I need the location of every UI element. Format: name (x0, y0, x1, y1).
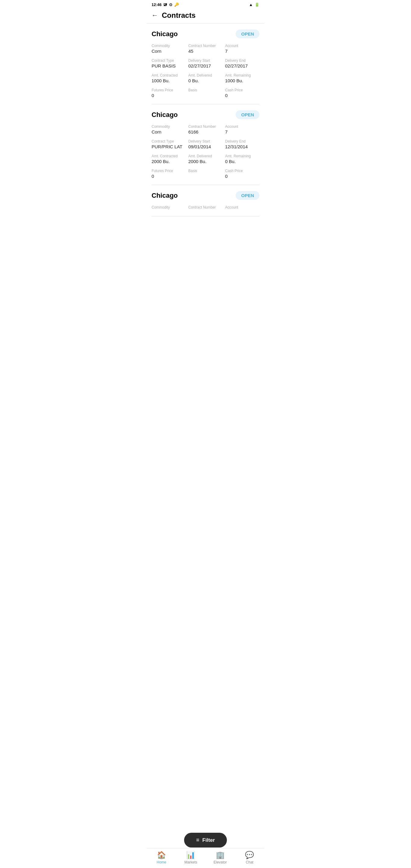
lock-icon: 🔑 (174, 2, 179, 7)
contract-card-2: Chicago OPEN Commodity Corn Contract Num… (152, 104, 259, 185)
contract-number-label-2: Contract Number (188, 124, 223, 129)
delivery-start-field-2: Delivery Start 09/01/2014 (188, 139, 223, 149)
nav-item-elevator[interactable]: 🏢 Elevator (205, 851, 235, 864)
location-name-1: Chicago (152, 30, 178, 38)
contract-card-3: Chicago OPEN Commodity Contract Number A… (152, 185, 259, 216)
wifi-icon: ▲ (249, 2, 253, 7)
contract-number-value-2: 6166 (188, 129, 223, 134)
delivery-start-value-2: 09/01/2014 (188, 144, 223, 149)
location-name-2: Chicago (152, 111, 178, 119)
open-badge-2[interactable]: OPEN (235, 110, 259, 119)
page-header: ← Contracts (147, 8, 264, 24)
cash-price-label-1: Cash Price (225, 88, 259, 92)
status-bar: 12:46 🖳 ⊙ 🔑 ▲ 🔋 (147, 0, 264, 8)
amt-contracted-value-1: 1000 Bu. (152, 78, 186, 83)
contract-number-label-3: Contract Number (188, 205, 223, 210)
basis-field-1: Basis (188, 88, 223, 98)
delivery-end-value-2: 12/31/2014 (225, 144, 259, 149)
nav-item-chat[interactable]: 💬 Chat (235, 851, 264, 864)
contracts-list: Chicago OPEN Commodity Corn Contract Num… (147, 24, 264, 241)
account-field-2: Account 7 (225, 124, 259, 134)
contract-type-label-1: Contract Type (152, 59, 186, 63)
delivery-end-field-2: Delivery End 12/31/2014 (225, 139, 259, 149)
contract-type-field-1: Contract Type PUR BASIS (152, 59, 186, 68)
commodity-field-3: Commodity (152, 205, 186, 210)
amt-contracted-field-1: Amt. Contracted 1000 Bu. (152, 73, 186, 83)
contract-card-1: Chicago OPEN Commodity Corn Contract Num… (152, 24, 259, 104)
filter-button[interactable]: ≡ Filter (184, 833, 227, 847)
nav-label-markets: Markets (184, 860, 197, 864)
status-left: 12:46 🖳 ⊙ 🔑 (152, 2, 179, 7)
contract-number-field-1: Contract Number 45 (188, 44, 223, 54)
futures-price-field-2: Futures Price 0 (152, 169, 186, 179)
commodity-value-2: Corn (152, 129, 186, 134)
amt-delivered-value-2: 2000 Bu. (188, 159, 223, 164)
card-header-3: Chicago OPEN (152, 191, 259, 200)
card-header-1: Chicago OPEN (152, 30, 259, 38)
account-label-3: Account (225, 205, 259, 210)
basis-label-2: Basis (188, 169, 223, 173)
filter-label: Filter (202, 837, 215, 843)
futures-price-value-2: 0 (152, 174, 186, 179)
basis-label-1: Basis (188, 88, 223, 92)
amt-delivered-value-1: 0 Bu. (188, 78, 223, 83)
amt-remaining-label-1: Amt. Remaining (225, 73, 259, 78)
nav-label-elevator: Elevator (214, 860, 227, 864)
fields-grid-2: Commodity Corn Contract Number 6166 Acco… (152, 124, 259, 179)
cash-price-field-2: Cash Price 0 (225, 169, 259, 179)
elevator-icon: 🏢 (216, 851, 225, 859)
fields-grid-3: Commodity Contract Number Account (152, 205, 259, 210)
status-right: ▲ 🔋 (249, 2, 259, 7)
filter-icon: ≡ (196, 837, 199, 843)
commodity-field-2: Commodity Corn (152, 124, 186, 134)
amt-contracted-label-1: Amt. Contracted (152, 73, 186, 78)
amt-remaining-field-1: Amt. Remaining 1000 Bu. (225, 73, 259, 83)
futures-price-value-1: 0 (152, 93, 186, 98)
open-badge-1[interactable]: OPEN (235, 30, 259, 38)
account-field-3: Account (225, 205, 259, 210)
amt-delivered-label-2: Amt. Delivered (188, 154, 223, 158)
amt-contracted-label-2: Amt. Contracted (152, 154, 186, 158)
delivery-start-label-1: Delivery Start (188, 59, 223, 63)
contract-number-field-3: Contract Number (188, 205, 223, 210)
amt-remaining-label-2: Amt. Remaining (225, 154, 259, 158)
sim-icon: 🖳 (163, 2, 167, 7)
back-button[interactable]: ← (152, 11, 158, 19)
futures-price-label-1: Futures Price (152, 88, 186, 92)
battery-icon: 🔋 (255, 2, 259, 7)
bottom-navigation: 🏠 Home 📊 Markets 🏢 Elevator 💬 Chat (147, 848, 264, 868)
contract-type-field-2: Contract Type PUR/PRIC LAT (152, 139, 186, 149)
nav-item-home[interactable]: 🏠 Home (147, 851, 176, 864)
commodity-label-1: Commodity (152, 44, 186, 48)
contract-type-label-2: Contract Type (152, 139, 186, 144)
amt-delivered-field-2: Amt. Delivered 2000 Bu. (188, 154, 223, 164)
delivery-end-label-1: Delivery End (225, 59, 259, 63)
amt-remaining-field-2: Amt. Remaining 0 Bu. (225, 154, 259, 164)
location-name-3: Chicago (152, 192, 178, 199)
amt-delivered-field-1: Amt. Delivered 0 Bu. (188, 73, 223, 83)
chat-icon: 💬 (245, 851, 254, 859)
account-value-1: 7 (225, 49, 259, 54)
amt-contracted-value-2: 2000 Bu. (152, 159, 186, 164)
nav-label-chat: Chat (246, 860, 253, 864)
futures-price-label-2: Futures Price (152, 169, 186, 173)
amt-contracted-field-2: Amt. Contracted 2000 Bu. (152, 154, 186, 164)
account-label-1: Account (225, 44, 259, 48)
basis-field-2: Basis (188, 169, 223, 179)
filter-overlay: ≡ Filter (184, 833, 227, 847)
cash-price-field-1: Cash Price 0 (225, 88, 259, 98)
delivery-start-value-1: 02/27/2017 (188, 63, 223, 68)
nav-label-home: Home (157, 860, 166, 864)
open-badge-3[interactable]: OPEN (235, 191, 259, 200)
commodity-label-3: Commodity (152, 205, 186, 210)
card-header-2: Chicago OPEN (152, 110, 259, 119)
delivery-start-field-1: Delivery Start 02/27/2017 (188, 59, 223, 68)
cash-price-label-2: Cash Price (225, 169, 259, 173)
futures-price-field-1: Futures Price 0 (152, 88, 186, 98)
amt-delivered-label-1: Amt. Delivered (188, 73, 223, 78)
nav-item-markets[interactable]: 📊 Markets (176, 851, 206, 864)
fields-grid-1: Commodity Corn Contract Number 45 Accoun… (152, 44, 259, 98)
delivery-end-label-2: Delivery End (225, 139, 259, 144)
time-display: 12:46 (152, 2, 161, 7)
delivery-start-label-2: Delivery Start (188, 139, 223, 144)
